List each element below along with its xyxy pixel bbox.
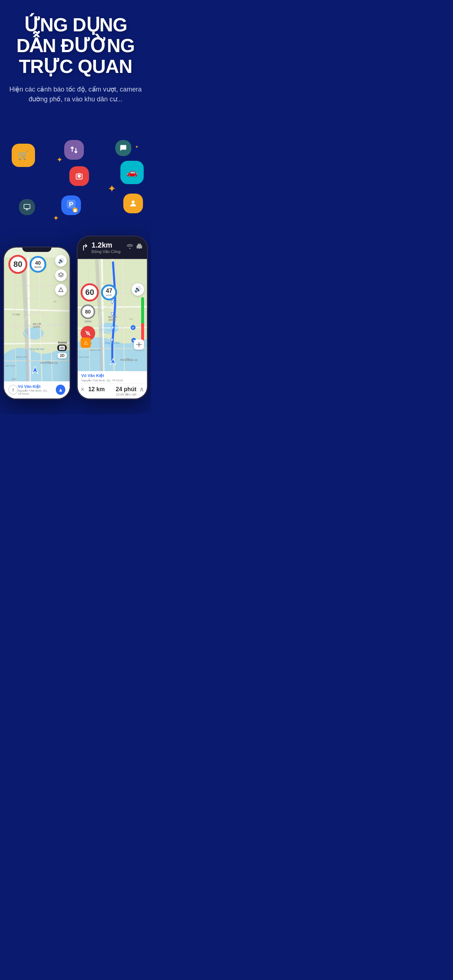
left-bottom-bar: ↑ Võ Văn Kiệt Nguyễn Thái Bình, Q1, TP.H… — [4, 381, 70, 398]
distance-value: 12 km — [88, 386, 105, 393]
nav-header-icons — [126, 243, 144, 251]
chat-icon — [115, 140, 131, 156]
layers-btn[interactable] — [55, 269, 67, 281]
traffic-bar — [141, 297, 144, 341]
left-speed-badges: 80 40 km/h — [8, 255, 46, 274]
svg-rect-24 — [137, 245, 142, 249]
warning-icon-btn[interactable]: ⚠ — [81, 337, 91, 348]
svg-point-7 — [132, 200, 135, 204]
monitor-icon — [19, 199, 35, 215]
svg-point-51 — [138, 344, 140, 345]
sparkle-2: ✦ — [108, 183, 116, 195]
current-speed-badge: 40 km/h — [30, 256, 46, 273]
parking-icon: P — [61, 196, 81, 215]
right-destination: Võ Văn Kiệt — [78, 371, 147, 379]
car-nav-icon — [135, 243, 144, 251]
svg-text:P: P — [69, 201, 73, 208]
arrive-time: 10:05 đến nơi — [116, 393, 136, 396]
volume-btn[interactable]: 🔊 — [55, 255, 67, 267]
speed-limit-60: 60 — [81, 283, 99, 302]
svg-rect-2 — [24, 204, 30, 208]
svg-text:AI L: AI L — [129, 318, 133, 320]
current-speed-47: 47 km/h — [101, 285, 117, 301]
svg-text:AN LỢI: AN LỢI — [108, 315, 116, 318]
icons-section: ✦ ✦ ✦ ✦ ✦ 🛒 — [0, 111, 151, 235]
turn-arrow: ↱ — [81, 242, 89, 253]
close-btn[interactable]: × — [81, 386, 85, 393]
left-phone-controls: 🔊 ! — [55, 255, 67, 296]
phones-section: AN LỢI ĐÔNG PHƯỜNG 13 Tô Hữu Sông Sài Gò… — [0, 235, 151, 414]
warning-speed-badge: 80 — [81, 304, 95, 319]
right-bottom-bar: Võ Văn Kiệt Nguyễn Thái Bình, Q1, TP.HCM… — [78, 371, 147, 398]
car-icon: 🚗 — [120, 161, 144, 184]
time-stat: 24 phút 10:05 đến nơi — [116, 386, 136, 396]
svg-text:Majestic Hotel: Majestic Hotel — [90, 349, 100, 351]
svg-point-26 — [140, 248, 141, 250]
header-section: ỨNG DỤNG DẪN ĐƯỜNG TRỰC QUAN Hiện các cả… — [0, 0, 151, 111]
twod-btn[interactable]: 2D — [57, 353, 67, 358]
svg-text:Sông Sài Gòn: Sông Sài Gòn — [105, 342, 120, 345]
svg-text:!: ! — [61, 290, 61, 292]
svg-rect-6 — [74, 209, 76, 210]
svg-text:P: P — [132, 326, 134, 329]
page-container: ỨNG DỤNG DẪN ĐƯỜNG TRỰC QUAN Hiện các cả… — [0, 0, 151, 414]
wifi-icon — [126, 243, 133, 251]
right-phone-map: AN LỢI ĐÔNG AI L PHƯỜNG 13 Tô Hữu Sông S… — [78, 257, 147, 375]
camera-icon — [69, 166, 89, 186]
svg-text:ĐÔNG: ĐÔNG — [33, 325, 40, 328]
right-bottom-stats: × 12 km 24 phút 10:05 đến nơi ∧ — [78, 383, 147, 398]
settings-btn[interactable] — [134, 339, 144, 350]
right-phone: ↱ 1.2km Đồng Văn Công — [77, 235, 148, 399]
svg-text:Opera House: Opera House — [5, 365, 15, 367]
cart-icon: 🛒 — [12, 144, 35, 167]
speaker-btn[interactable]: 🔊 — [132, 283, 144, 296]
svg-text:PHƯỜNG 13: PHƯỜNG 13 — [120, 358, 137, 362]
right-speed-container: 60 47 km/h — [81, 283, 117, 302]
sparkle-5: ✦ — [135, 145, 139, 150]
main-title: ỨNG DỤNG DẪN ĐƯỜNG TRỰC QUAN — [9, 14, 142, 77]
expand-btn[interactable]: ∧ — [139, 385, 144, 393]
nav-start-btn[interactable]: ▲ — [56, 385, 65, 395]
svg-text:BÌNH: BÌNH — [12, 378, 17, 380]
time-value: 24 phút — [116, 386, 136, 393]
route-icon — [64, 140, 84, 160]
speed-row: 60 47 km/h — [81, 283, 117, 302]
sparkle-1: ✦ — [57, 155, 63, 164]
alert-btn[interactable]: ! — [55, 284, 67, 296]
svg-text:PHƯỜNG 13: PHƯỜNG 13 — [40, 361, 57, 364]
nav-street: Đồng Văn Công — [91, 250, 120, 254]
sparkle-3: ✦ — [53, 214, 59, 223]
svg-text:Majestic Hotel: Majestic Hotel — [16, 356, 27, 358]
distance-stat: 12 km — [88, 386, 105, 396]
left-phone-map: AN LỢI ĐÔNG PHƯỜNG 13 Tô Hữu Sông Sài Gò… — [4, 248, 70, 398]
district-btn[interactable]: District 🤖 — [57, 341, 67, 351]
left-phone-notch — [22, 248, 51, 252]
svg-text:ĐÔNG: ĐÔNG — [109, 318, 116, 321]
svg-point-23 — [129, 248, 131, 249]
right-destination-sub: Nguyễn Thái Bình, Q1, TP.HCM — [78, 379, 147, 383]
svg-text:Opera House: Opera House — [79, 356, 89, 358]
left-phone: AN LỢI ĐÔNG PHƯỜNG 13 Tô Hữu Sông Sài Gò… — [3, 247, 71, 399]
svg-text:Tô Hữu: Tô Hữu — [12, 313, 20, 316]
svg-text:Sông Sài Gòn: Sông Sài Gòn — [29, 348, 45, 351]
warning-distance-1: 100m — [81, 320, 95, 323]
up-arrow-btn[interactable]: ↑ — [8, 385, 18, 395]
nav-distance: 1.2km — [91, 241, 120, 250]
right-phone-notch — [98, 237, 127, 241]
svg-text:AN LỢI: AN LỢI — [32, 322, 41, 325]
person-icon — [123, 194, 143, 213]
svg-point-25 — [137, 248, 139, 250]
speed-limit-badge: 80 — [8, 255, 27, 274]
subtitle: Hiện các cảnh báo tốc độ, cẩm vượt, came… — [9, 84, 142, 104]
svg-text:30°: 30° — [54, 301, 57, 302]
